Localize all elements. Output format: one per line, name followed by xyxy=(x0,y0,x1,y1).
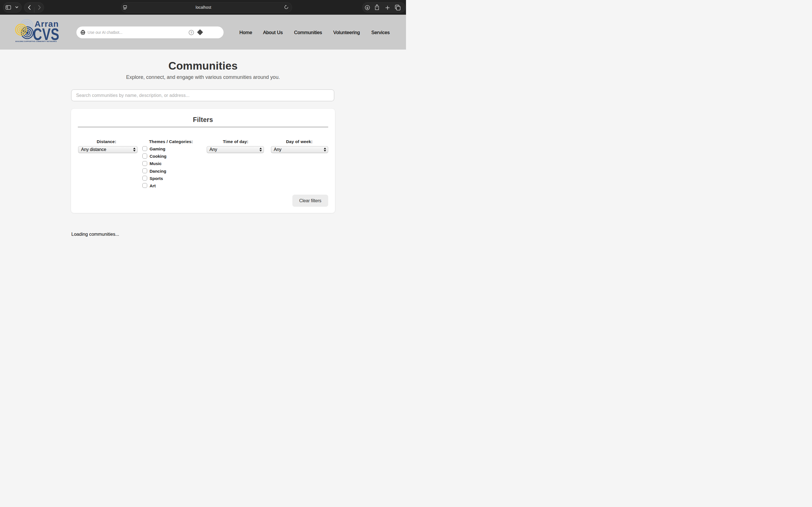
svg-text:?: ? xyxy=(190,31,192,34)
